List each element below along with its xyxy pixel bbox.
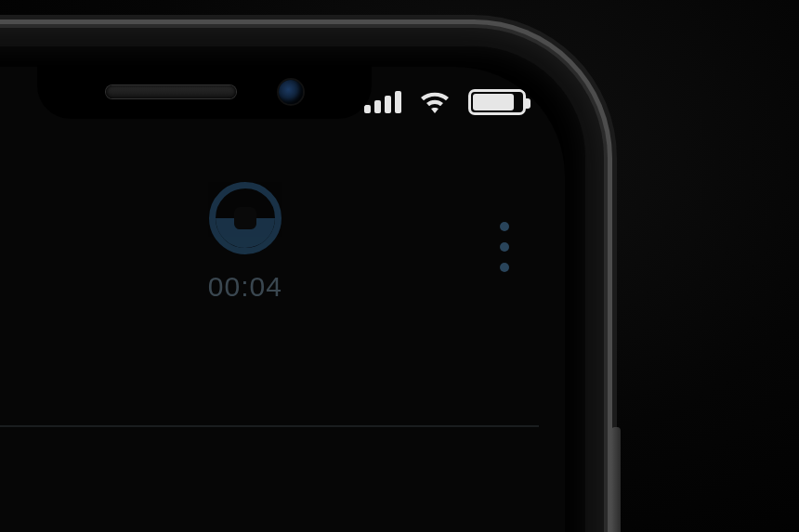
battery-icon	[468, 89, 526, 115]
side-button	[611, 427, 621, 532]
divider	[0, 425, 539, 427]
phone-bezel: T 00:04 20 :41 AM CAP	[0, 46, 585, 532]
screen: T 00:04 20 :41 AM CAP	[0, 67, 565, 532]
notch	[37, 65, 372, 119]
record-icon	[209, 182, 282, 254]
toolbar-row: T 00:04	[0, 160, 539, 308]
app-content: T 00:04 20 :41 AM CAP	[0, 160, 539, 532]
record-control[interactable]: 00:04	[208, 182, 282, 303]
stage: T 00:04 20 :41 AM CAP	[0, 0, 799, 532]
earpiece-speaker	[106, 85, 236, 98]
recording-date: 20	[0, 308, 539, 362]
recording-timer: 00:04	[208, 271, 282, 303]
more-options-button[interactable]	[500, 213, 526, 272]
front-camera	[279, 80, 303, 104]
wifi-icon	[418, 90, 452, 114]
recording-meta: 20 :41 AM	[0, 308, 539, 399]
recording-time: :41 AM	[0, 368, 539, 399]
section-label: CAP	[0, 464, 539, 514]
status-bar-right	[364, 89, 526, 115]
phone-frame: T 00:04 20 :41 AM CAP	[0, 28, 604, 532]
